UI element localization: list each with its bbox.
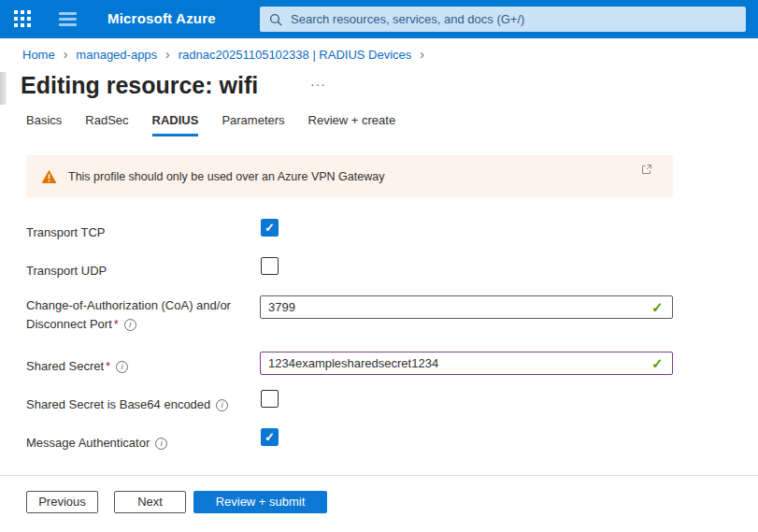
required-asterisk: * <box>106 359 110 373</box>
valid-check-icon: ✓ <box>651 299 664 316</box>
external-link-icon[interactable] <box>641 164 652 175</box>
label-message-authenticator: Message Authenticatori <box>26 434 252 453</box>
checkbox-transport-tcp[interactable] <box>261 219 279 237</box>
search-input[interactable] <box>291 12 737 26</box>
tab-radsec[interactable]: RadSec <box>85 113 128 137</box>
shared-secret-input[interactable] <box>260 352 673 375</box>
previous-button[interactable]: Previous <box>26 491 98 513</box>
breadcrumb-managed-apps[interactable]: managed-apps <box>76 48 157 62</box>
info-icon[interactable]: i <box>155 438 167 450</box>
hamburger-menu-icon[interactable] <box>59 12 77 26</box>
chevron-right-icon: › <box>420 49 424 61</box>
valid-check-icon: ✓ <box>651 355 664 372</box>
checkbox-transport-udp[interactable] <box>261 257 279 275</box>
more-options-icon[interactable]: ··· <box>310 77 326 92</box>
warning-banner: This profile should only be used over an… <box>26 155 673 197</box>
checkbox-message-authenticator[interactable] <box>261 428 279 446</box>
azure-portal-window: Microsoft Azure Home › managed-apps › ra… <box>0 0 758 532</box>
warning-text: This profile should only be used over an… <box>68 170 384 183</box>
info-icon[interactable]: i <box>116 361 128 373</box>
tab-strip: Basics RadSec RADIUS Parameters Review +… <box>26 113 395 137</box>
tab-parameters[interactable]: Parameters <box>222 113 284 137</box>
blade-edge <box>0 72 7 105</box>
warning-icon <box>41 169 57 184</box>
coa-disconnect-port-input[interactable] <box>260 295 673 319</box>
tab-basics[interactable]: Basics <box>26 113 62 137</box>
top-bar: Microsoft Azure <box>0 0 758 38</box>
required-asterisk: * <box>114 317 119 331</box>
breadcrumb-radius-devices[interactable]: radnac20251105102338 | RADIUS Devices <box>179 48 412 62</box>
footer-divider <box>0 475 758 476</box>
review-submit-button[interactable]: Review + submit <box>193 491 327 513</box>
next-button[interactable]: Next <box>114 491 186 513</box>
app-launcher-icon[interactable] <box>14 10 33 29</box>
label-shared-secret-base64: Shared Secret is Base64 encodedi <box>26 395 252 414</box>
tab-review-create[interactable]: Review + create <box>308 113 396 137</box>
label-transport-tcp: Transport TCP <box>26 223 252 242</box>
tab-radius[interactable]: RADIUS <box>152 113 199 137</box>
chevron-right-icon: › <box>165 49 170 61</box>
label-transport-udp: Transport UDP <box>26 262 252 280</box>
search-icon <box>269 13 282 26</box>
info-icon[interactable]: i <box>124 319 136 331</box>
global-search[interactable] <box>260 7 746 32</box>
breadcrumb: Home › managed-apps › radnac202511051023… <box>22 48 433 62</box>
label-coa-disconnect-port: Change-of-Authorization (CoA) and/or Dis… <box>26 296 252 334</box>
chevron-right-icon: › <box>64 49 68 61</box>
breadcrumb-home[interactable]: Home <box>22 48 55 62</box>
checkbox-shared-secret-base64[interactable] <box>261 390 279 408</box>
brand-title[interactable]: Microsoft Azure <box>107 10 216 26</box>
page-title: Editing resource: wifi <box>21 72 258 99</box>
label-shared-secret: Shared Secret*i <box>26 357 252 376</box>
info-icon[interactable]: i <box>216 399 228 411</box>
